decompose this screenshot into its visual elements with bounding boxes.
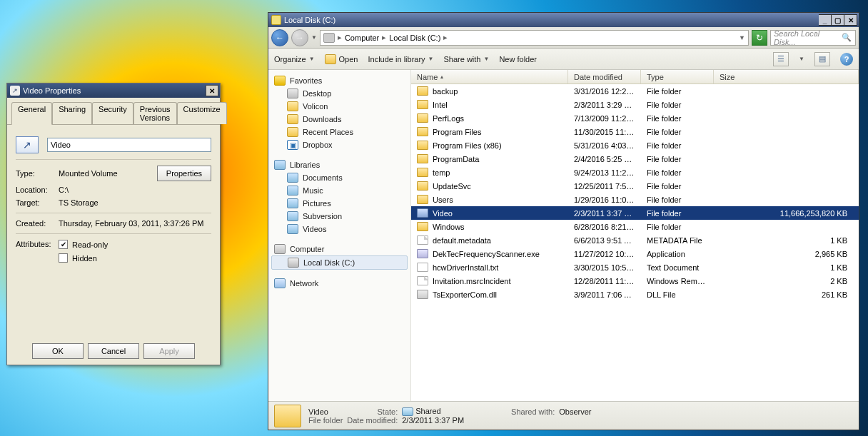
nav-group-libraries[interactable]: Libraries: [268, 158, 410, 171]
nav-group-computer[interactable]: Computer: [268, 243, 410, 255]
file-row[interactable]: temp9/24/2013 11:24 AMFile folder: [411, 166, 859, 179]
cancel-button[interactable]: Cancel: [88, 343, 139, 359]
file-row[interactable]: DekTecFrequencyScanner.exe11/27/2012 10:…: [411, 247, 859, 260]
file-row[interactable]: UpdateSvc12/25/2011 7:57 AMFile folder: [411, 179, 859, 193]
dialog-titlebar[interactable]: ↗ Video Properties ✕: [7, 83, 220, 98]
file-type: Windows Remote A...: [641, 277, 714, 285]
file-name: TsExporterCom.dll: [433, 290, 497, 299]
back-button[interactable]: ←: [271, 29, 288, 46]
breadcrumb[interactable]: ▸ Computer ▸ Local Disk (C:) ▸ ▼: [320, 30, 749, 46]
nav-item-music[interactable]: Music: [268, 184, 410, 197]
view-dropdown[interactable]: ▼: [799, 56, 804, 62]
view-options-button[interactable]: ☰: [773, 52, 789, 66]
nav-item-dropbox[interactable]: ▣Dropbox: [268, 138, 410, 151]
type-value: Mounted Volume: [59, 169, 157, 178]
column-type[interactable]: Type: [641, 70, 714, 83]
include-in-library-menu[interactable]: Include in library▼: [368, 55, 433, 64]
nav-item-volicon[interactable]: Volicon: [268, 100, 410, 113]
file-row[interactable]: Program Files (x86)5/31/2016 4:03 PMFile…: [411, 138, 859, 152]
folder-icon: [417, 168, 428, 177]
file-row[interactable]: hcwDriverInstall.txt3/30/2015 10:56 AMTe…: [411, 260, 859, 274]
column-size[interactable]: Size: [714, 70, 859, 83]
file-row[interactable]: default.metadata6/6/2013 9:51 AMMETADATA…: [411, 233, 859, 247]
file-name: DekTecFrequencyScanner.exe: [433, 250, 540, 258]
name-input[interactable]: [47, 138, 211, 152]
open-button[interactable]: Open: [325, 54, 358, 64]
nav-group-network[interactable]: Network: [268, 277, 410, 290]
folder-icon: [417, 208, 428, 218]
status-sharedwith-value: Observer: [559, 407, 591, 416]
tab-general[interactable]: General: [11, 102, 52, 125]
properties-button[interactable]: Properties: [157, 166, 211, 181]
refresh-button[interactable]: ↻: [752, 30, 767, 46]
tab-security[interactable]: Security: [92, 102, 133, 124]
file-row[interactable]: Users1/29/2016 11:00 AMFile folder: [411, 193, 859, 206]
file-date: 1/29/2016 11:00 AM: [568, 196, 641, 204]
maximize-button[interactable]: ▢: [832, 14, 844, 26]
file-row[interactable]: Invitation.msrcIncident12/28/2011 11:55 …: [411, 274, 859, 288]
apply-button[interactable]: Apply: [143, 343, 195, 359]
window-title: Local Disk (C:): [284, 16, 335, 24]
file-type: File folder: [641, 209, 714, 218]
nav-item-recent[interactable]: Recent Places: [268, 126, 410, 138]
nav-item-downloads[interactable]: Downloads: [268, 113, 410, 126]
close-button[interactable]: ✕: [844, 14, 857, 26]
close-button[interactable]: ✕: [206, 85, 218, 96]
nav-item-videos[interactable]: Videos: [268, 223, 410, 235]
preview-pane-button[interactable]: ▤: [814, 52, 830, 66]
nav-item-local-disk[interactable]: Local Disk (C:): [271, 255, 408, 270]
ok-button[interactable]: OK: [32, 343, 84, 359]
nav-bar: ← → ▼ ▸ Computer ▸ Local Disk (C:) ▸ ▼ ↻…: [268, 27, 859, 49]
folder-icon: [417, 113, 428, 123]
readonly-checkbox[interactable]: ✔: [59, 240, 68, 249]
file-row[interactable]: TsExporterCom.dll3/9/2011 7:06 AMDLL Fil…: [411, 288, 859, 301]
share-with-menu[interactable]: Share with▼: [444, 55, 490, 64]
search-icon[interactable]: 🔍: [841, 32, 852, 44]
status-state-value: Shared: [402, 407, 464, 416]
file-row[interactable]: Intel2/3/2011 3:29 PMFile folder: [411, 98, 859, 111]
history-dropdown[interactable]: ▼: [311, 34, 317, 41]
file-name: Windows: [433, 223, 465, 231]
status-datemod-value: 2/3/2011 3:37 PM: [402, 416, 464, 425]
file-row[interactable]: PerfLogs7/13/2009 11:20 PMFile folder: [411, 111, 859, 125]
nav-tree[interactable]: Favorites Desktop Volicon Downloads Rece…: [268, 70, 411, 401]
file-row[interactable]: Windows6/28/2016 8:21 PMFile folder: [411, 220, 859, 233]
file-name: ProgramData: [433, 155, 479, 163]
file-row[interactable]: backup3/31/2016 12:22 PMFile folder: [411, 84, 859, 98]
folder-icon: [417, 141, 428, 150]
nav-item-pictures[interactable]: Pictures: [268, 197, 410, 210]
shortcut-icon: ↗: [10, 86, 20, 96]
nav-item-desktop[interactable]: Desktop: [268, 87, 410, 100]
help-button[interactable]: ?: [840, 53, 853, 66]
search-input[interactable]: Search Local Disk... 🔍: [770, 30, 856, 46]
new-folder-button[interactable]: New folder: [499, 55, 537, 64]
tab-customize[interactable]: Customize: [177, 102, 227, 124]
file-row[interactable]: Video2/3/2011 3:37 PMFile folder11,666,2…: [411, 206, 859, 220]
hidden-checkbox[interactable]: [59, 253, 68, 263]
nav-item-subversion[interactable]: Subversion: [268, 210, 410, 223]
created-label: Created:: [16, 219, 59, 228]
disk-icon: [288, 258, 299, 268]
forward-button[interactable]: →: [291, 29, 308, 46]
folder-icon: [417, 181, 428, 191]
nav-group-favorites[interactable]: Favorites: [268, 74, 410, 87]
tab-sharing[interactable]: Sharing: [52, 102, 92, 124]
status-kind: File folder: [308, 416, 343, 425]
column-date[interactable]: Date modified: [568, 70, 641, 83]
tab-previous[interactable]: Previous Versions: [133, 102, 177, 124]
organize-menu[interactable]: Organize▼: [274, 55, 315, 64]
column-name[interactable]: Name▴: [411, 70, 568, 83]
status-datemod-label: Date modified:: [347, 416, 398, 425]
readonly-label: Read-only: [72, 240, 108, 249]
videos-icon: [287, 224, 298, 234]
minimize-button[interactable]: _: [819, 14, 832, 26]
nav-item-documents[interactable]: Documents: [268, 171, 410, 184]
file-list[interactable]: backup3/31/2016 12:22 PMFile folderIntel…: [411, 84, 859, 401]
window-titlebar[interactable]: Local Disk (C:) _ ▢ ✕: [268, 13, 859, 27]
file-name: default.metadata: [433, 236, 491, 245]
breadcrumb-segment[interactable]: Local Disk (C:): [389, 34, 440, 42]
file-row[interactable]: Program Files11/30/2015 11:21 AMFile fol…: [411, 125, 859, 138]
breadcrumb-segment[interactable]: Computer: [345, 34, 379, 42]
file-row[interactable]: ProgramData2/4/2016 5:25 PMFile folder: [411, 152, 859, 166]
breadcrumb-dropdown[interactable]: ▼: [737, 34, 745, 41]
